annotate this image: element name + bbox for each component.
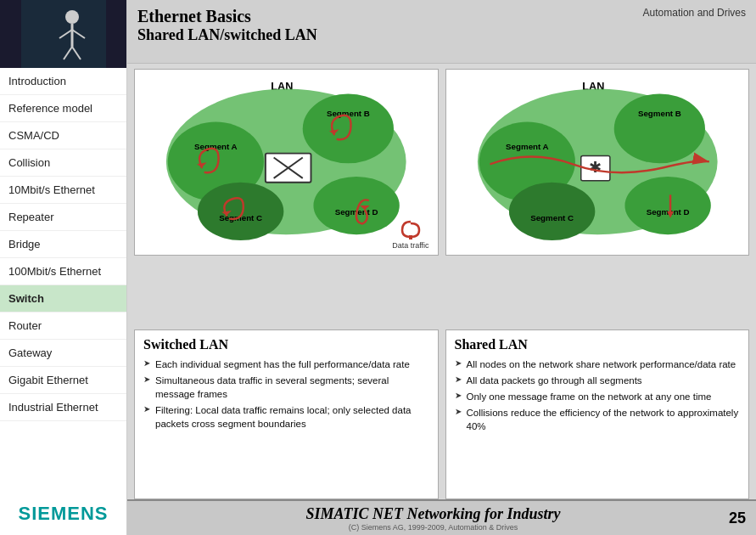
shared-lan-item-3: Only one message frame on the network at… <box>455 390 741 403</box>
footer-center: SIMATIC NET Networking for Industry (C) … <box>305 505 560 532</box>
siemens-logo-area: SIEMENS <box>0 493 126 535</box>
switched-lan-item-1: Each individual segment has the full per… <box>143 358 429 371</box>
svg-point-29 <box>613 93 704 163</box>
svg-point-31 <box>508 183 594 240</box>
sidebar-item-router[interactable]: Router <box>0 313 126 340</box>
svg-rect-24 <box>409 235 412 239</box>
shared-lan-item-1: All nodes on the network share network p… <box>455 358 741 371</box>
header-titles: Ethernet Basics Shared LAN/switched LAN <box>137 3 317 44</box>
header: Ethernet Basics Shared LAN/switched LAN … <box>127 0 756 64</box>
main-content: Ethernet Basics Shared LAN/switched LAN … <box>127 0 756 535</box>
shared-lan-item-4: Collisions reduce the efficiency of the … <box>455 406 741 433</box>
sidebar-item-switch[interactable]: Switch <box>0 285 126 313</box>
shared-lan-item-2: All data packets go through all segments <box>455 374 741 387</box>
switched-lan-item-3: Filtering: Local data traffic remains lo… <box>143 403 429 431</box>
sidebar-item-100mbit[interactable]: 100Mbit/s Ethernet <box>0 258 126 285</box>
siemens-logo: SIEMENS <box>18 503 108 525</box>
svg-text:Segment B: Segment B <box>637 109 680 118</box>
sidebar-item-10mbit[interactable]: 10Mbit/s Ethernet <box>0 177 126 204</box>
shared-lan-list: All nodes on the network share network p… <box>455 358 741 433</box>
svg-point-13 <box>198 183 283 240</box>
sidebar-item-industrial[interactable]: Industrial Ethernet <box>0 394 126 421</box>
sidebar-item-gateway[interactable]: Gateway <box>0 340 126 367</box>
sidebar-navigation: Introduction Reference model CSMA/CD Col… <box>0 68 126 493</box>
sidebar-item-reference-model[interactable]: Reference model <box>0 95 126 122</box>
shared-lan-svg: LAN Segment A Segment B Segment C Segmen… <box>451 75 744 240</box>
footer-copyright: (C) Siemens AG, 1999-2009, Automation & … <box>305 523 560 532</box>
switched-lan-item-2: Simultaneous data traffic in several seg… <box>143 374 429 401</box>
switched-lan-svg: LAN Segment A Segment B Segment C Segmen… <box>140 75 433 240</box>
sidebar-item-gigabit[interactable]: Gigabit Ethernet <box>0 367 126 394</box>
switched-lan-title: Switched LAN <box>143 337 429 352</box>
footer-page-number: 25 <box>729 510 746 527</box>
switched-lan-panel: Switched LAN Each individual segment has… <box>134 329 439 499</box>
page-title-2: Shared LAN/switched LAN <box>137 26 317 44</box>
svg-point-15 <box>313 177 399 234</box>
page-title-1: Ethernet Basics <box>137 7 317 26</box>
svg-text:✱: ✱ <box>588 159 601 176</box>
content-area: LAN Segment A Segment B Segment C Segmen… <box>127 64 756 499</box>
data-traffic-icon <box>398 220 423 241</box>
svg-text:Segment A: Segment A <box>506 142 549 151</box>
shared-lan-diagram: LAN Segment A Segment B Segment C Segmen… <box>445 69 750 256</box>
sidebar-item-csma-cd[interactable]: CSMA/CD <box>0 122 126 149</box>
diagrams-row: LAN Segment A Segment B Segment C Segmen… <box>134 69 749 326</box>
sidebar-item-repeater[interactable]: Repeater <box>0 204 126 231</box>
sidebar-logo <box>0 0 126 68</box>
svg-point-33 <box>624 177 710 234</box>
footer-title: SIMATIC NET Networking for Industry <box>305 505 560 523</box>
svg-rect-0 <box>21 0 106 68</box>
sidebar-item-introduction[interactable]: Introduction <box>0 68 126 95</box>
sidebar-item-bridge[interactable]: Bridge <box>0 231 126 258</box>
shared-lan-title: Shared LAN <box>455 337 741 352</box>
sidebar-item-collision[interactable]: Collision <box>0 149 126 177</box>
footer: SIMATIC NET Networking for Industry (C) … <box>127 499 756 535</box>
switched-lan-list: Each individual segment has the full per… <box>143 358 429 431</box>
data-traffic-label: Data traffic <box>392 241 428 250</box>
brand-label: Automation and Drives <box>643 7 746 19</box>
svg-point-11 <box>303 93 394 163</box>
shared-lan-panel: Shared LAN All nodes on the network shar… <box>445 329 750 499</box>
info-row: Switched LAN Each individual segment has… <box>134 329 749 499</box>
switched-lan-diagram: LAN Segment A Segment B Segment C Segmen… <box>134 69 439 256</box>
sidebar: Introduction Reference model CSMA/CD Col… <box>0 0 127 535</box>
svg-point-1 <box>65 10 79 24</box>
svg-text:Segment C: Segment C <box>530 213 574 222</box>
